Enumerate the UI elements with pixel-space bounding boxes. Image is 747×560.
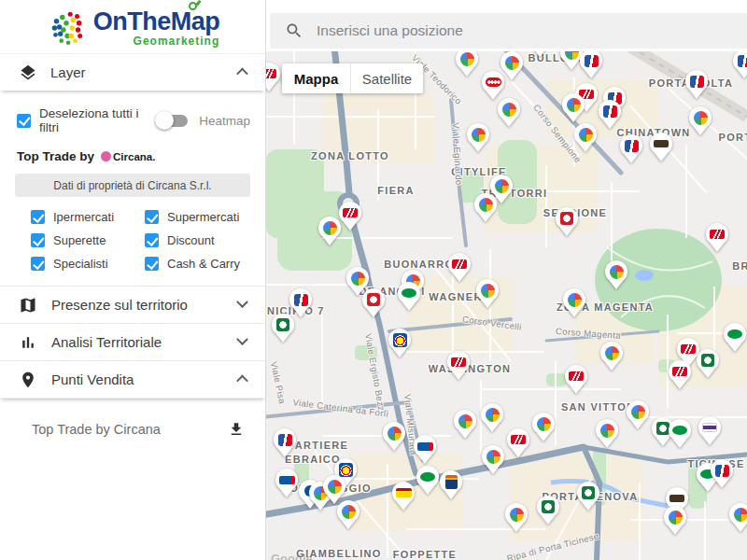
section-presenze-sul-territorio[interactable]: Presenze sul territorio bbox=[0, 287, 265, 324]
section-analisi-territoriale[interactable]: Analisi Territoriale bbox=[0, 324, 265, 361]
marker-head bbox=[711, 459, 733, 482]
store-marker-multicolor[interactable] bbox=[318, 217, 341, 245]
store-marker-multicolor[interactable] bbox=[596, 419, 618, 448]
store-marker-multicolor[interactable] bbox=[627, 400, 649, 429]
store-marker-eurospin[interactable] bbox=[275, 469, 298, 497]
store-marker-carrefour-market[interactable] bbox=[362, 288, 385, 317]
store-marker-multicolor[interactable] bbox=[562, 93, 585, 122]
esselunga-logo-icon bbox=[511, 435, 526, 444]
store-marker-esselunga[interactable] bbox=[565, 365, 587, 394]
store-marker-multicolor[interactable] bbox=[505, 503, 528, 532]
filter-specialisti[interactable]: Specialisti bbox=[31, 257, 145, 271]
heatmap-toggle[interactable] bbox=[159, 115, 188, 127]
store-marker-pam[interactable] bbox=[398, 282, 420, 311]
multicolor-logo-icon bbox=[323, 221, 337, 235]
store-marker-aldi[interactable] bbox=[440, 470, 462, 499]
supermercati-checkbox[interactable] bbox=[145, 210, 159, 224]
store-marker-pam[interactable] bbox=[669, 419, 691, 448]
ipermercati-checkbox[interactable] bbox=[31, 210, 45, 224]
store-marker-multicolor[interactable] bbox=[474, 193, 497, 222]
multicolor-logo-icon bbox=[610, 265, 624, 279]
search-bar[interactable] bbox=[270, 13, 747, 49]
store-marker-penny[interactable] bbox=[392, 482, 415, 511]
marker-head bbox=[318, 217, 341, 239]
cash-carry-checkbox[interactable] bbox=[145, 257, 159, 271]
layer-section-header[interactable]: Layer bbox=[0, 53, 265, 91]
store-marker-esselunga[interactable] bbox=[529, 51, 551, 57]
multicolor-logo-icon bbox=[502, 103, 516, 117]
store-marker-esselunga[interactable] bbox=[266, 63, 280, 91]
store-marker-ins[interactable] bbox=[650, 133, 672, 161]
download-icon[interactable] bbox=[228, 421, 245, 438]
store-marker-multicolor[interactable] bbox=[532, 413, 555, 441]
specialisti-checkbox[interactable] bbox=[31, 257, 45, 271]
store-marker-pam[interactable] bbox=[724, 323, 746, 352]
store-marker-carrefour[interactable] bbox=[580, 51, 602, 78]
store-marker-multicolor[interactable] bbox=[456, 51, 478, 77]
store-marker-pam[interactable] bbox=[416, 466, 439, 495]
eurospin-logo-icon bbox=[279, 476, 295, 484]
multicolor-logo-icon bbox=[631, 405, 645, 419]
store-marker-carrefour[interactable] bbox=[733, 51, 747, 78]
marker-head bbox=[275, 469, 298, 491]
store-marker-multicolor[interactable] bbox=[498, 98, 520, 127]
multicolor-logo-icon bbox=[458, 414, 472, 428]
search-input[interactable] bbox=[317, 22, 736, 39]
store-marker-multicolor[interactable] bbox=[600, 342, 623, 371]
multicolor-logo-icon bbox=[537, 417, 551, 431]
deselect-all-checkbox[interactable] bbox=[17, 114, 31, 128]
store-marker-multicolor[interactable] bbox=[383, 422, 405, 451]
store-marker-lidl[interactable] bbox=[388, 329, 411, 357]
discount-checkbox[interactable] bbox=[145, 233, 159, 247]
store-marker-esselunga[interactable] bbox=[706, 223, 728, 252]
store-marker-carrefour[interactable] bbox=[620, 134, 642, 163]
filter-discount[interactable]: Discount bbox=[145, 233, 265, 247]
filter-cash-carry[interactable]: Cash & Carry bbox=[145, 257, 265, 271]
store-marker-carrefour[interactable] bbox=[685, 70, 708, 99]
superette-checkbox[interactable] bbox=[31, 233, 45, 247]
store-marker-multicolor[interactable] bbox=[664, 506, 686, 535]
carrefour-express-logo-icon bbox=[656, 422, 669, 435]
store-marker-multicolor[interactable] bbox=[689, 106, 712, 135]
store-marker-multicolor[interactable] bbox=[481, 403, 503, 432]
filter-supermercati[interactable]: Supermercati bbox=[145, 210, 265, 224]
section-punti-vendita[interactable]: Punti Vendita bbox=[0, 361, 265, 399]
store-marker-multicolor[interactable] bbox=[729, 503, 747, 532]
filter-superette[interactable]: Superette bbox=[31, 233, 145, 247]
store-marker-multicolor[interactable] bbox=[467, 123, 489, 152]
store-marker-multicolor[interactable] bbox=[482, 445, 504, 474]
store-marker-esselunga[interactable] bbox=[339, 202, 361, 231]
multicolor-logo-icon bbox=[460, 52, 474, 66]
store-marker-esselunga[interactable] bbox=[507, 428, 529, 457]
store-marker-multicolor[interactable] bbox=[476, 279, 499, 308]
store-marker-carrefour[interactable] bbox=[711, 459, 733, 488]
carrefour-logo-icon bbox=[625, 140, 639, 152]
store-marker-carrefour-express[interactable] bbox=[272, 314, 294, 343]
aldi-logo-icon bbox=[445, 475, 458, 489]
store-marker-esselunga[interactable] bbox=[448, 253, 471, 282]
store-marker-multicolor[interactable] bbox=[574, 123, 597, 152]
store-marker-multicolor[interactable] bbox=[454, 410, 476, 439]
store-marker-multicolor[interactable] bbox=[337, 500, 359, 529]
store-marker-esselunga[interactable] bbox=[669, 360, 691, 389]
esselunga-logo-icon bbox=[343, 208, 358, 217]
map-type-mappa-button[interactable]: Mappa bbox=[282, 63, 350, 93]
punti-vendita-item-top-trade[interactable]: Top Trade by Circana bbox=[0, 399, 265, 438]
map-canvas[interactable]: Mappa Satellite Google ZONA LOTTOFIERACI… bbox=[266, 51, 747, 560]
store-marker-viaggiator[interactable] bbox=[698, 416, 721, 445]
store-marker-carrefour-express[interactable] bbox=[697, 349, 719, 378]
filter-ipermercati[interactable]: Ipermercati bbox=[31, 210, 145, 224]
store-marker-carrefour-express[interactable] bbox=[577, 482, 599, 511]
store-marker-multicolor[interactable] bbox=[563, 288, 585, 317]
store-marker-carrefour[interactable] bbox=[599, 100, 621, 129]
store-marker-carrefour[interactable] bbox=[274, 428, 296, 457]
store-marker-carrefour-market[interactable] bbox=[556, 207, 578, 236]
store-marker-coop[interactable] bbox=[482, 71, 504, 100]
esselunga-logo-icon bbox=[266, 69, 276, 78]
store-marker-eurospin[interactable] bbox=[414, 435, 436, 464]
store-marker-multicolor[interactable] bbox=[605, 260, 627, 289]
store-marker-carrefour-express[interactable] bbox=[537, 496, 559, 525]
map-type-satellite-button[interactable]: Satellite bbox=[350, 63, 423, 93]
marker-head bbox=[685, 70, 708, 92]
store-marker-esselunga[interactable] bbox=[447, 351, 470, 380]
